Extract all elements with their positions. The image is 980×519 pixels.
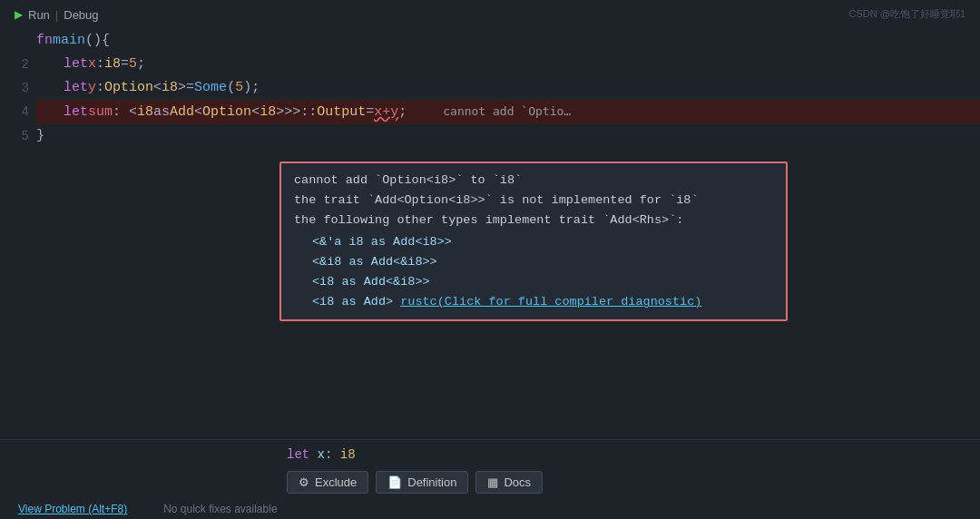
paren-open: (){: [85, 29, 110, 53]
docs-label: Docs: [504, 475, 531, 489]
var-x: x: [88, 53, 96, 76]
definition-label: Definition: [407, 475, 456, 489]
var-y: y: [88, 76, 96, 100]
exclude-button[interactable]: ⚙ Exclude: [287, 471, 368, 494]
hover-info: let x: i8: [0, 440, 980, 465]
type-option2: Option: [202, 101, 251, 124]
trait-item-3: <i8 as Add> rustc(Click for full compile…: [312, 292, 773, 312]
hover-type: i8: [340, 447, 356, 462]
type-i8-y: i8: [162, 76, 178, 100]
inline-error-msg: cannot add `Optio…: [443, 100, 571, 123]
error-line-3: the following other types implement trai…: [294, 211, 773, 230]
var-sum: sum: [88, 101, 113, 124]
trait-item-0: <&'a i8 as Add<i8>>: [312, 232, 773, 252]
error-line-1: cannot add `Option<i8>` to `i8`: [294, 171, 773, 191]
line-num-3: 3: [4, 76, 29, 100]
keyword-fn: fn: [36, 29, 53, 53]
no-fixes-text: No quick fixes available: [163, 503, 277, 515]
type-i8-sum: i8: [137, 101, 153, 124]
trait-item-2: <i8 as Add<&i8>>: [312, 272, 773, 292]
code-line-3: 3 let y:Option<i8>=Some(5);: [36, 76, 980, 100]
brace-close: }: [36, 124, 44, 148]
rustc-diagnostic-link[interactable]: rustc(Click for full compiler diagnostic…: [400, 295, 701, 308]
code-line-1: fn main(){: [36, 29, 980, 53]
code-line-4: 4 let sum: <i8 as Add<Option<i8>>>::Outp…: [36, 100, 980, 124]
definition-button[interactable]: 📄 Definition: [376, 471, 468, 494]
type-option: Option: [104, 76, 153, 100]
kw-let-sum: let: [64, 101, 88, 124]
type-i8-add: i8: [260, 101, 276, 124]
error-popup: cannot add `Option<i8>` to `i8` the trai…: [279, 162, 788, 321]
view-problem-link[interactable]: View Problem (Alt+F8): [18, 503, 127, 515]
bottom-panel: let x: i8 ⚙ Exclude 📄 Definition ▦ Docs …: [0, 439, 980, 519]
trait-list: <&'a i8 as Add<i8>> <&i8 as Add<&i8>> <i…: [294, 232, 773, 312]
play-icon: ▶: [15, 8, 23, 21]
trait-item-1: <&i8 as Add<&i8>>: [312, 252, 773, 272]
exclude-icon: ⚙: [299, 475, 309, 489]
editor-area: ▶ Run | Debug fn main(){ 2 let x:i8=5; 3…: [0, 0, 980, 519]
action-buttons: ⚙ Exclude 📄 Definition ▦ Docs: [0, 465, 980, 499]
code-editor: fn main(){ 2 let x:i8=5; 3 let y:Option<…: [0, 29, 980, 148]
type-output: Output: [317, 101, 366, 124]
exclude-label: Exclude: [315, 475, 357, 489]
line-num-4: 4: [4, 100, 29, 123]
run-debug-bar: ▶ Run | Debug: [15, 8, 99, 22]
docs-button[interactable]: ▦ Docs: [475, 471, 543, 494]
fn-main: main: [53, 29, 85, 53]
line-num-2: 2: [4, 53, 29, 76]
hover-colon: :: [325, 447, 340, 462]
debug-label[interactable]: Debug: [64, 8, 98, 22]
docs-icon: ▦: [487, 475, 498, 489]
separator: |: [55, 8, 58, 22]
fn-some: Some: [194, 76, 227, 100]
kw-let-x: let: [64, 53, 88, 76]
run-label[interactable]: Run: [28, 8, 50, 22]
bottom-status: View Problem (Alt+F8) No quick fixes ava…: [0, 499, 980, 519]
type-add: Add: [170, 101, 194, 124]
top-bar: ▶ Run | Debug: [0, 0, 980, 29]
error-line-2: the trait `Add<Option<i8>>` is not imple…: [294, 191, 773, 211]
error-expr: x+y: [374, 101, 398, 124]
code-line-5: 5 }: [36, 124, 980, 148]
definition-icon: 📄: [387, 475, 402, 489]
line-num-5: 5: [4, 124, 29, 148]
hover-let: let: [287, 447, 318, 462]
watermark: CSDN @吃饱了好睡觉耶1: [848, 7, 965, 21]
code-line-2: 2 let x:i8=5;: [36, 53, 980, 76]
kw-let-y: let: [64, 76, 88, 100]
hover-var: x: [318, 447, 325, 462]
type-i8-x: i8: [104, 53, 121, 76]
